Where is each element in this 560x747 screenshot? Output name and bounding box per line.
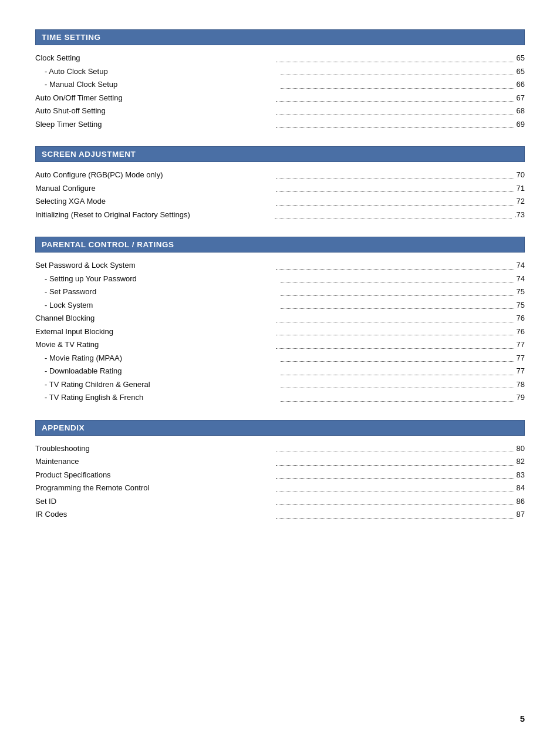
toc-entry: - TV Rating English & French79 (35, 392, 525, 403)
toc-page: 68 (517, 105, 525, 117)
toc-label: Auto Configure (RGB(PC) Mode only) (35, 169, 274, 181)
toc-label: - Setting up Your Password (35, 273, 278, 285)
toc-label: - Lock System (35, 300, 278, 311)
toc-dots (276, 504, 514, 505)
toc-entry: - Manual Clock Setup66 (35, 79, 525, 90)
toc-label: IR Codes (35, 509, 274, 520)
toc-entry: - Lock System75 (35, 300, 525, 311)
toc-entry: Troubleshooting80 (35, 443, 525, 455)
toc-dots (281, 375, 514, 375)
toc-label: Manual Configure (35, 183, 274, 194)
toc-label: Programming the Remote Control (35, 482, 274, 494)
toc-label: Auto On/Off Timer Setting (35, 92, 274, 104)
toc-entry: Maintenance82 (35, 456, 525, 467)
toc-dots (276, 205, 514, 206)
toc-entry: - Downloadable Rating77 (35, 365, 525, 377)
toc-dots (276, 478, 514, 479)
toc-entry: Set ID86 (35, 496, 525, 507)
toc-dots (276, 492, 514, 492)
toc-dots (276, 518, 514, 519)
toc-container: TIME SETTINGClock Setting65- Auto Clock … (35, 29, 525, 520)
toc-entry: - Set Password75 (35, 286, 525, 298)
toc-page: 77 (517, 339, 525, 351)
toc-page: 74 (517, 273, 525, 285)
toc-label: Initializing (Reset to Original Factory … (35, 209, 272, 221)
toc-label: - Manual Clock Setup (35, 79, 278, 90)
toc-label: Movie & TV Rating (35, 339, 274, 351)
section-time-setting: TIME SETTINGClock Setting65- Auto Clock … (35, 29, 525, 130)
toc-page: 77 (517, 352, 525, 364)
toc-entry: Manual Configure71 (35, 183, 525, 194)
toc-dots (276, 465, 514, 466)
toc-dots (275, 218, 512, 218)
toc-page: 70 (517, 169, 525, 181)
toc-dots (281, 361, 514, 362)
toc-dots (276, 348, 514, 349)
toc-label: Set Password & Lock System (35, 260, 274, 271)
toc-entry: Initializing (Reset to Original Factory … (35, 209, 525, 221)
toc-entry: - Setting up Your Password74 (35, 273, 525, 285)
toc-page: 83 (517, 469, 525, 481)
toc-dots (281, 295, 514, 296)
toc-dots (276, 101, 514, 102)
toc-label: External Input Blocking (35, 326, 274, 338)
section-appendix: APPENDIXTroubleshooting80Maintenance82Pr… (35, 420, 525, 520)
toc-entry: Selecting XGA Mode72 (35, 196, 525, 207)
toc-page: 71 (517, 183, 525, 194)
toc-page: 67 (517, 92, 525, 104)
toc-label: Maintenance (35, 456, 274, 467)
toc-dots (276, 179, 514, 179)
toc-label: - TV Rating Children & General (35, 379, 278, 391)
toc-entry: - TV Rating Children & General78 (35, 379, 525, 391)
toc-page: 84 (517, 482, 525, 494)
toc-label: Selecting XGA Mode (35, 196, 274, 207)
section-parental-control: PARENTAL CONTROL / RATINGSSet Password &… (35, 237, 525, 403)
toc-entry: Movie & TV Rating77 (35, 339, 525, 351)
toc-dots (281, 308, 514, 309)
page-number: 5 (520, 714, 525, 724)
toc-page: 65 (517, 52, 525, 64)
toc-entry: Programming the Remote Control84 (35, 482, 525, 494)
toc-label: - Movie Rating (MPAA) (35, 352, 278, 364)
toc-page: 79 (517, 392, 525, 403)
toc-entry: - Movie Rating (MPAA)77 (35, 352, 525, 364)
toc-label: Troubleshooting (35, 443, 274, 455)
toc-page: 87 (517, 509, 525, 520)
toc-entry: Set Password & Lock System74 (35, 260, 525, 271)
toc-page: 75 (517, 286, 525, 298)
section-header-appendix: APPENDIX (35, 420, 525, 436)
toc-dots (281, 388, 514, 388)
toc-entry: Auto On/Off Timer Setting67 (35, 92, 525, 104)
toc-page: 76 (517, 312, 525, 324)
toc-entry: Sleep Timer Setting69 (35, 119, 525, 130)
toc-label: Channel Blocking (35, 312, 274, 324)
toc-page: 80 (517, 443, 525, 455)
toc-entry: Auto Configure (RGB(PC) Mode only)70 (35, 169, 525, 181)
toc-entry: - Auto Clock Setup65 (35, 66, 525, 78)
toc-dots (276, 115, 514, 115)
toc-dots (281, 282, 514, 282)
toc-page: 65 (517, 66, 525, 78)
toc-label: - Set Password (35, 286, 278, 298)
toc-page: 77 (517, 365, 525, 377)
toc-dots (276, 322, 514, 322)
toc-page: 86 (517, 496, 525, 507)
toc-label: - TV Rating English & French (35, 392, 278, 403)
toc-dots (281, 75, 514, 75)
toc-label: Set ID (35, 496, 274, 507)
toc-entry: External Input Blocking76 (35, 326, 525, 338)
section-screen-adjustment: SCREEN ADJUSTMENTAuto Configure (RGB(PC)… (35, 146, 525, 220)
toc-entry: Clock Setting65 (35, 52, 525, 64)
toc-dots (276, 452, 514, 452)
toc-page: 69 (517, 119, 525, 130)
toc-label: Auto Shut-off Setting (35, 105, 274, 117)
section-header-time-setting: TIME SETTING (35, 29, 525, 45)
section-header-screen-adjustment: SCREEN ADJUSTMENT (35, 146, 525, 162)
toc-page: 78 (517, 379, 525, 391)
toc-page: .73 (514, 209, 525, 221)
toc-page: 76 (517, 326, 525, 338)
toc-dots (276, 335, 514, 335)
toc-label: Sleep Timer Setting (35, 119, 274, 130)
toc-label: - Downloadable Rating (35, 365, 278, 377)
toc-label: Product Specifications (35, 469, 274, 481)
